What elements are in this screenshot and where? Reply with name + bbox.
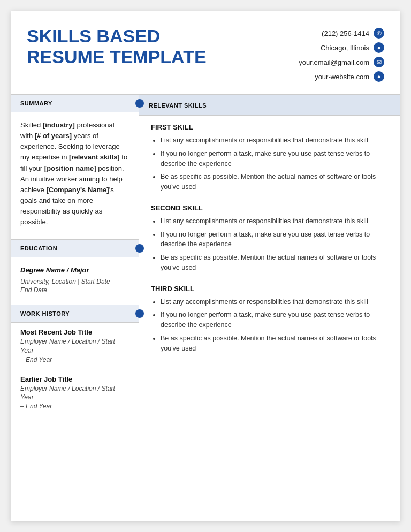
contact-email: your.email@gmail.com ✉ (299, 57, 384, 67)
work-history-header: WORK HISTORY (11, 305, 139, 323)
right-column: RELEVANT SKILLS FIRST SKILL List any acc… (139, 94, 400, 432)
email-text: your.email@gmail.com (299, 58, 369, 66)
skill-3-bullet-3: Be as specific as possible. Mention the … (161, 333, 389, 354)
skill-1-bullet-2: If you no longer perform a task, make su… (161, 149, 389, 169)
education-header: EDUCATION (11, 239, 139, 257)
phone-icon: ✆ (374, 28, 384, 39)
job-meta-1: Employer Name / Location / Start Year– E… (20, 337, 129, 364)
skills-content: FIRST SKILL List any accomplishments or … (139, 116, 400, 368)
job-title-1: Most Recent Job Title (20, 328, 129, 336)
resume-title: SKILLS BASED RESUME TEMPLATE (27, 26, 277, 67)
summary-bold-5: [Company's Name] (46, 186, 109, 194)
title-line1: SKILLS BASED RESUME TEMPLATE (27, 26, 277, 67)
job-entry-1: Most Recent Job Title Employer Name / Lo… (11, 323, 139, 364)
work-history-dot (135, 309, 144, 318)
contact-location: Chicago, Illinois ● (321, 42, 384, 53)
phone-text: (212) 256-1414 (322, 29, 369, 37)
education-label: EDUCATION (20, 245, 57, 252)
skills-header: RELEVANT SKILLS (139, 94, 400, 116)
skill-list-1: List any accomplishments or responsibili… (151, 135, 389, 192)
location-text: Chicago, Illinois (321, 44, 369, 52)
website-icon: ● (374, 71, 384, 82)
summary-label: SUMMARY (20, 100, 52, 107)
contact-phone: (212) 256-1414 ✆ (322, 28, 384, 39)
summary-bold-2: [# of years] (35, 132, 72, 140)
summary-content: Skilled [industry] professional with [# … (11, 112, 139, 239)
school-info: University, Location | Start Date – End … (20, 277, 128, 295)
resume-page: SKILLS BASED RESUME TEMPLATE (212) 256-1… (11, 11, 400, 521)
skill-title-3: THIRD SKILL (151, 285, 389, 293)
education-content: Degree Name / Major University, Location… (11, 257, 139, 305)
contact-info: (212) 256-1414 ✆ Chicago, Illinois ● you… (277, 28, 384, 82)
job-title-2: Earlier Job Title (20, 375, 129, 383)
left-column: SUMMARY Skilled [industry] professional … (11, 94, 139, 432)
job-entry-2: Earlier Job Title Employer Name / Locati… (11, 370, 139, 411)
degree-name: Degree Name / Major (20, 265, 128, 276)
location-icon: ● (374, 42, 384, 53)
work-history-label: WORK HISTORY (20, 310, 70, 317)
summary-header: SUMMARY (11, 94, 139, 112)
work-history-content: Most Recent Job Title Employer Name / Lo… (11, 323, 139, 411)
skill-title-1: FIRST SKILL (151, 123, 389, 131)
skill-list-2: List any accomplishments or responsibili… (151, 216, 389, 273)
skill-3-bullet-1: List any accomplishments or responsibili… (161, 297, 389, 307)
skills-label: RELEVANT SKILLS (149, 102, 207, 109)
education-dot (135, 244, 144, 253)
body: SUMMARY Skilled [industry] professional … (11, 94, 400, 432)
website-text: your-website.com (315, 73, 369, 81)
skill-list-3: List any accomplishments or responsibili… (151, 297, 389, 354)
summary-text: Skilled [industry] professional with [# … (20, 120, 128, 227)
skill-1-bullet-1: List any accomplishments or responsibili… (161, 135, 389, 146)
skill-1-bullet-3: Be as specific as possible. Mention the … (161, 172, 389, 192)
skill-2-bullet-1: List any accomplishments or responsibili… (161, 216, 389, 226)
skill-2-bullet-3: Be as specific as possible. Mention the … (161, 253, 389, 273)
skill-block-1: FIRST SKILL List any accomplishments or … (151, 123, 389, 192)
summary-bold-4: [position name] (44, 164, 96, 172)
summary-bold-1: [industry] (43, 121, 75, 129)
job-meta-2: Employer Name / Location / Start Year– E… (20, 384, 129, 411)
skill-block-3: THIRD SKILL List any accomplishments or … (151, 285, 389, 354)
header: SKILLS BASED RESUME TEMPLATE (212) 256-1… (11, 11, 400, 94)
email-icon: ✉ (374, 57, 384, 67)
summary-dot (135, 99, 144, 108)
skill-2-bullet-2: If you no longer perform a task, make su… (161, 230, 389, 250)
contact-website: your-website.com ● (315, 71, 384, 82)
skill-3-bullet-2: If you no longer perform a task, make su… (161, 310, 389, 330)
skill-block-2: SECOND SKILL List any accomplishments or… (151, 204, 389, 273)
skill-title-2: SECOND SKILL (151, 204, 389, 212)
summary-bold-3: [relevant skills] (69, 153, 120, 161)
